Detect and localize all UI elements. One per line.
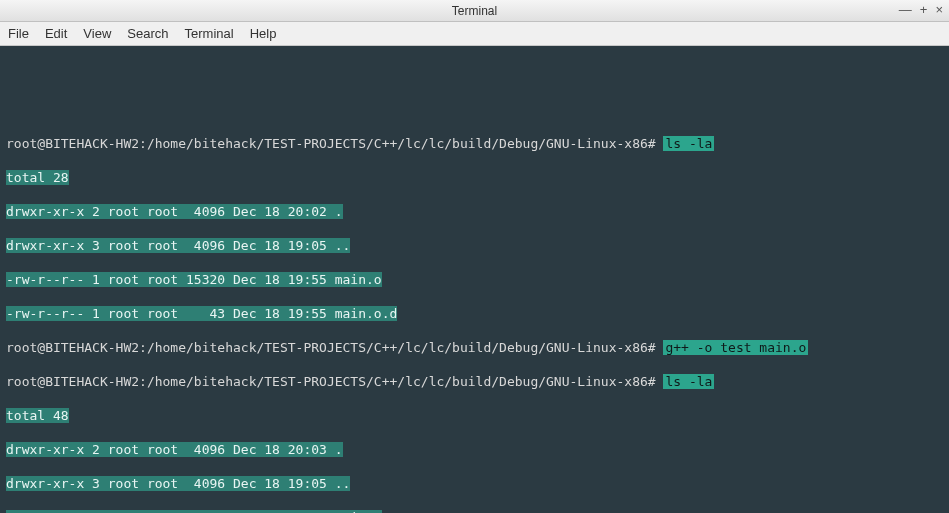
menu-edit[interactable]: Edit	[45, 26, 67, 41]
prompt-line: root@BITEHACK-HW2:/home/bitehack/TEST-PR…	[6, 135, 943, 152]
output-line: -rw-r--r-- 1 root root 15320 Dec 18 19:5…	[6, 509, 943, 513]
minimize-button[interactable]: —	[899, 3, 912, 16]
output-line: -rw-r--r-- 1 root root 15320 Dec 18 19:5…	[6, 271, 943, 288]
output-line: drwxr-xr-x 2 root root 4096 Dec 18 20:02…	[6, 203, 943, 220]
menu-file[interactable]: File	[8, 26, 29, 41]
terminal-window: Terminal — + × File Edit View Search Ter…	[0, 0, 949, 513]
prompt-line: root@BITEHACK-HW2:/home/bitehack/TEST-PR…	[6, 339, 943, 356]
output-line: drwxr-xr-x 3 root root 4096 Dec 18 19:05…	[6, 475, 943, 492]
menu-terminal[interactable]: Terminal	[185, 26, 234, 41]
terminal-viewport[interactable]: root@BITEHACK-HW2:/home/bitehack/TEST-PR…	[0, 46, 949, 513]
menu-help[interactable]: Help	[250, 26, 277, 41]
prompt-line: root@BITEHACK-HW2:/home/bitehack/TEST-PR…	[6, 373, 943, 390]
output-line: total 28	[6, 169, 943, 186]
menu-view[interactable]: View	[83, 26, 111, 41]
close-button[interactable]: ×	[935, 3, 943, 16]
output-line: drwxr-xr-x 2 root root 4096 Dec 18 20:03…	[6, 441, 943, 458]
command: ls -la	[663, 136, 714, 151]
maximize-button[interactable]: +	[920, 3, 928, 16]
output-line: total 48	[6, 407, 943, 424]
command: g++ -o test main.o	[663, 340, 808, 355]
menu-search[interactable]: Search	[127, 26, 168, 41]
output-line: -rw-r--r-- 1 root root 43 Dec 18 19:55 m…	[6, 305, 943, 322]
titlebar[interactable]: Terminal — + ×	[0, 0, 949, 22]
window-controls: — + ×	[899, 3, 943, 16]
window-title: Terminal	[452, 4, 497, 18]
command: ls -la	[663, 374, 714, 389]
output-line: drwxr-xr-x 3 root root 4096 Dec 18 19:05…	[6, 237, 943, 254]
menubar: File Edit View Search Terminal Help	[0, 22, 949, 46]
